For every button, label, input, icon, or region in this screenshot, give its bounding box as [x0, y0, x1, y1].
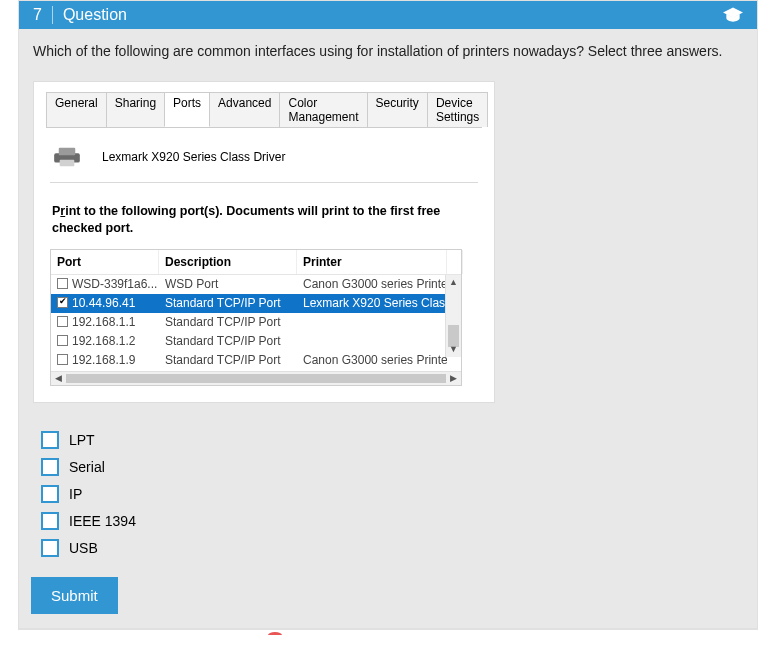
port-printer: Canon G3000 series Printer — [297, 277, 447, 291]
scroll-down-icon[interactable]: ▼ — [446, 342, 461, 357]
port-row[interactable]: 192.168.1.2Standard TCP/IP Port — [51, 332, 461, 351]
port-desc: Standard TCP/IP Port — [159, 296, 297, 310]
tab-color-management[interactable]: Color Management — [279, 92, 367, 127]
port-desc: Standard TCP/IP Port — [159, 353, 297, 367]
port-desc: Standard TCP/IP Port — [159, 315, 297, 329]
horizontal-scrollbar[interactable]: ◀ ▶ — [51, 371, 461, 385]
ports-rows[interactable]: WSD-339f1a6...WSD PortCanon G3000 series… — [51, 275, 461, 371]
scroll-up-icon[interactable]: ▲ — [446, 275, 461, 290]
ports-grid: Port Description Printer WSD-339f1a6...W… — [50, 249, 462, 386]
answer-checkbox[interactable] — [41, 458, 59, 476]
question-card: 7 Question Which of the following are co… — [18, 0, 758, 629]
port-checkbox[interactable] — [57, 278, 68, 289]
port-desc: WSD Port — [159, 277, 297, 291]
port-printer: Canon G3000 series Printer — [297, 353, 447, 367]
printer-name: Lexmark X920 Series Class Driver — [102, 150, 285, 164]
answer-checkbox[interactable] — [41, 512, 59, 530]
port-checkbox[interactable] — [57, 335, 68, 346]
port-value: WSD-339f1a6... — [72, 277, 157, 291]
answer-checkbox[interactable] — [41, 485, 59, 503]
scroll-left-icon[interactable]: ◀ — [51, 373, 66, 383]
tab-strip: GeneralSharingPortsAdvancedColor Managem… — [46, 92, 482, 128]
scroll-thumb-h[interactable] — [66, 374, 446, 383]
port-desc: Standard TCP/IP Port — [159, 334, 297, 348]
port-checkbox[interactable] — [57, 316, 68, 327]
printer-icon — [52, 146, 82, 168]
svg-rect-1 — [59, 148, 76, 155]
answer-label: IEEE 1394 — [69, 513, 136, 529]
answer-option[interactable]: IEEE 1394 — [41, 512, 743, 530]
answer-label: Serial — [69, 459, 105, 475]
answer-option[interactable]: LPT — [41, 431, 743, 449]
col-port[interactable]: Port — [51, 250, 159, 274]
col-desc[interactable]: Description — [159, 250, 297, 274]
question-header: 7 Question — [19, 1, 757, 29]
question-text: Which of the following are common interf… — [33, 43, 743, 59]
port-row[interactable]: 10.44.96.41Standard TCP/IP PortLexmark X… — [51, 294, 461, 313]
port-value: 192.168.1.9 — [72, 353, 135, 367]
answer-option[interactable]: IP — [41, 485, 743, 503]
port-value: 192.168.1.1 — [72, 315, 135, 329]
answer-checkbox[interactable] — [41, 431, 59, 449]
tab-general[interactable]: General — [46, 92, 107, 127]
screenshot-panel: GeneralSharingPortsAdvancedColor Managem… — [33, 81, 495, 403]
graduation-cap-icon[interactable] — [723, 7, 743, 23]
properties-dialog: GeneralSharingPortsAdvancedColor Managem… — [46, 92, 482, 390]
port-row[interactable]: 192.168.1.9Standard TCP/IP PortCanon G30… — [51, 351, 461, 370]
print-prompt: Print to the following port(s). Document… — [52, 203, 478, 237]
svg-rect-2 — [60, 160, 75, 166]
tab-device-settings[interactable]: Device Settings — [427, 92, 488, 127]
tab-advanced[interactable]: Advanced — [209, 92, 280, 127]
answer-checkbox[interactable] — [41, 539, 59, 557]
question-number: 7 — [33, 6, 53, 24]
port-row[interactable]: WSD-339f1a6...WSD PortCanon G3000 series… — [51, 275, 461, 294]
port-value: 10.44.96.41 — [72, 296, 135, 310]
answer-option[interactable]: Serial — [41, 458, 743, 476]
tab-ports[interactable]: Ports — [164, 92, 210, 127]
port-checkbox[interactable] — [57, 297, 68, 308]
col-printer[interactable]: Printer — [297, 250, 447, 274]
answer-label: LPT — [69, 432, 95, 448]
answer-option[interactable]: USB — [41, 539, 743, 557]
scroll-right-icon[interactable]: ▶ — [446, 373, 461, 383]
tab-security[interactable]: Security — [367, 92, 428, 127]
vertical-scrollbar[interactable]: ▲ ▼ — [445, 275, 461, 357]
submit-button[interactable]: Submit — [31, 577, 118, 614]
bottom-strip — [18, 629, 758, 639]
port-row[interactable]: 192.168.1.1Standard TCP/IP Port — [51, 313, 461, 332]
notification-dot-icon — [268, 632, 282, 638]
port-value: 192.168.1.2 — [72, 334, 135, 348]
question-label: Question — [63, 6, 127, 24]
port-checkbox[interactable] — [57, 354, 68, 365]
tab-sharing[interactable]: Sharing — [106, 92, 165, 127]
port-printer: Lexmark X920 Series Class D — [297, 296, 447, 310]
answers-list: LPTSerialIPIEEE 1394USB — [41, 431, 743, 557]
answer-label: USB — [69, 540, 98, 556]
answer-label: IP — [69, 486, 82, 502]
